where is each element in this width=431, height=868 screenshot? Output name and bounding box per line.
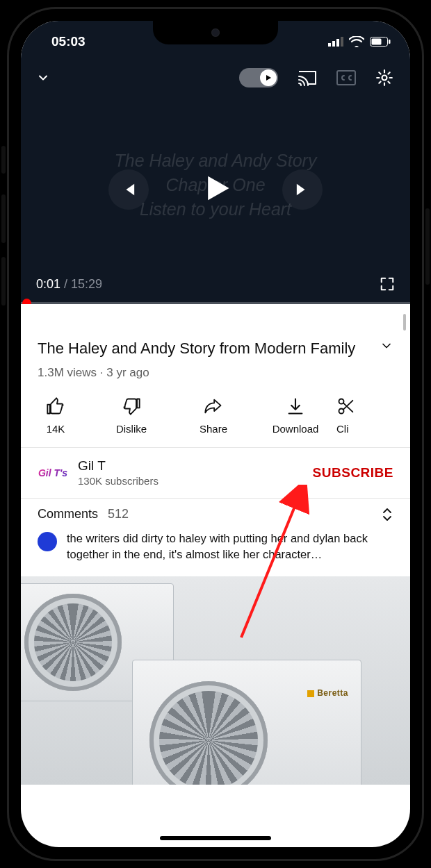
share-label: Share <box>200 423 227 435</box>
thumbnail-brand-label: Beretta <box>307 688 348 698</box>
play-button[interactable] <box>197 170 234 209</box>
channel-subscribers: 130K subscribers <box>78 475 303 487</box>
channel-row[interactable]: Gil T's Gil T 130K subscribers SUBSCRIBE <box>21 448 410 498</box>
video-title[interactable]: The Haley and Andy Story from Modern Fam… <box>38 339 370 359</box>
svg-rect-1 <box>332 41 335 47</box>
home-indicator[interactable] <box>160 836 271 840</box>
clip-button[interactable]: Cli <box>336 397 364 435</box>
comments-section[interactable]: Comments 512 the writers did dirty to ha… <box>21 499 410 568</box>
video-player[interactable]: The Haley and Andy Story Chapter One Lis… <box>21 58 410 304</box>
like-count: 14K <box>47 423 65 435</box>
clip-label: Cli <box>336 423 349 435</box>
expand-description-icon[interactable] <box>380 339 393 353</box>
svg-rect-2 <box>336 39 339 47</box>
dislike-label: Dislike <box>116 423 147 435</box>
cast-icon[interactable] <box>298 69 317 86</box>
action-bar: 14K Dislike Share Download Cli <box>21 390 410 447</box>
next-video-thumbnail[interactable]: Beretta <box>21 576 410 785</box>
captions-icon[interactable] <box>336 70 356 85</box>
settings-gear-icon[interactable] <box>375 69 393 87</box>
battery-icon <box>370 37 391 47</box>
autoplay-toggle[interactable] <box>239 68 278 87</box>
download-button[interactable]: Download <box>254 397 336 435</box>
svg-rect-0 <box>328 43 331 47</box>
wifi-icon <box>349 36 364 47</box>
channel-avatar[interactable]: Gil T's <box>38 458 68 488</box>
duration: 15:29 <box>71 277 102 291</box>
channel-name[interactable]: Gil T <box>78 458 303 474</box>
expand-comments-icon[interactable] <box>381 507 393 522</box>
playback-time: 0:01 / 15:29 <box>36 277 102 292</box>
screen: 05:03 <box>21 21 410 847</box>
svg-rect-5 <box>372 39 382 45</box>
download-label: Download <box>273 423 319 435</box>
svg-rect-3 <box>341 37 343 47</box>
share-button[interactable]: Share <box>172 397 254 435</box>
svg-rect-7 <box>337 71 355 85</box>
status-time: 05:03 <box>51 34 86 49</box>
current-time: 0:01 <box>36 277 60 291</box>
top-comment-text: the writers did dirty to haley with putt… <box>67 531 393 562</box>
dislike-button[interactable]: Dislike <box>90 397 172 435</box>
svg-point-8 <box>382 76 387 81</box>
thumbnail-graphic: Beretta <box>132 660 361 785</box>
next-button[interactable] <box>282 169 323 210</box>
video-stats: 1.3M views · 3 yr ago <box>38 366 393 380</box>
like-button[interactable]: 14K <box>21 397 90 435</box>
phone-frame: 05:03 <box>7 7 424 861</box>
subscribe-button[interactable]: SUBSCRIBE <box>313 465 393 481</box>
svg-rect-6 <box>389 40 391 44</box>
previous-button[interactable] <box>108 169 149 210</box>
comments-count: 512 <box>108 507 129 521</box>
fullscreen-icon[interactable] <box>380 276 395 292</box>
notch <box>153 21 278 44</box>
cellular-icon <box>328 37 343 47</box>
comments-label: Comments <box>38 507 98 521</box>
collapse-icon[interactable] <box>36 71 50 85</box>
commenter-avatar <box>38 532 57 551</box>
